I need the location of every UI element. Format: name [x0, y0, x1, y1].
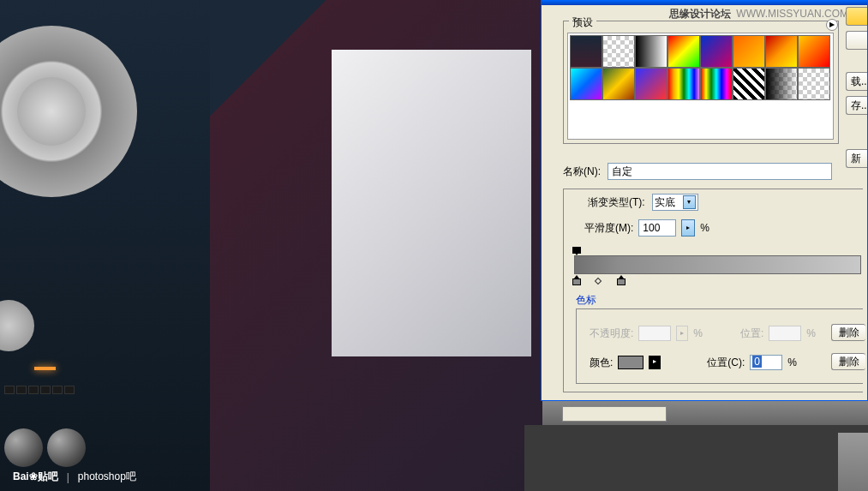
new-button[interactable]: 新 — [846, 149, 867, 168]
smoothness-label: 平滑度(M): — [584, 221, 633, 236]
position-c-label: 位置(C): — [707, 356, 745, 370]
gradient-type-select[interactable]: 实底▾ — [652, 194, 698, 211]
tape-reel — [0, 26, 137, 197]
color-swatch-button[interactable] — [618, 356, 644, 369]
smoothness-input[interactable] — [638, 219, 676, 237]
delete-color-stop-button[interactable]: 删除 — [831, 353, 865, 370]
preset-swatch[interactable] — [635, 35, 667, 68]
chevron-down-icon: ▾ — [683, 195, 696, 209]
preset-swatch[interactable] — [602, 68, 635, 100]
preset-swatch[interactable] — [667, 68, 700, 100]
chevron-right-icon[interactable]: ▸ — [681, 219, 695, 237]
tape-guide — [0, 300, 34, 351]
preset-swatch[interactable] — [570, 35, 602, 68]
position-label: 位置: — [740, 326, 763, 341]
opacity-input — [638, 326, 671, 341]
layers-thumbnail[interactable] — [838, 433, 868, 491]
presets-menu-icon[interactable]: ▶ — [826, 19, 838, 31]
preset-swatch[interactable] — [798, 35, 830, 68]
secondary-panel-fragment — [562, 406, 667, 422]
preset-swatch[interactable] — [765, 68, 798, 100]
opacity-stop[interactable] — [572, 247, 581, 255]
watermark-baidu: Bai❀贴吧 | photoshop吧 — [13, 470, 136, 484]
opacity-label: 不透明度: — [590, 326, 633, 341]
name-input[interactable] — [608, 163, 832, 180]
ok-button[interactable] — [846, 7, 867, 26]
position-input — [769, 326, 801, 341]
dialog-side-buttons: 载... 存... 新 — [846, 7, 867, 168]
preset-swatch[interactable] — [570, 68, 602, 100]
load-button[interactable]: 载... — [846, 72, 867, 91]
gradient-editor-dialog: 思缘设计论坛 WWW.MISSYUAN.COM 预设 ▶ 载... 存... 新… — [541, 0, 868, 401]
preset-swatch[interactable] — [700, 35, 733, 68]
chevron-right-icon: ▸ — [676, 326, 688, 341]
indicator-light — [34, 367, 56, 370]
tone-knob — [47, 428, 86, 467]
watermark-forum: 思缘设计论坛 WWW.MISSYUAN.COM — [669, 7, 848, 21]
machine-buttons — [4, 386, 75, 394]
working-layer[interactable] — [332, 50, 531, 356]
preset-swatch[interactable] — [733, 68, 765, 100]
reference-image-panel — [0, 0, 210, 491]
color-stop[interactable] — [617, 275, 626, 285]
percent-label: % — [700, 222, 709, 234]
gradient-bar[interactable] — [574, 255, 861, 274]
preset-swatch[interactable] — [602, 35, 635, 68]
stops-groupbox — [576, 308, 863, 384]
position-c-input[interactable]: 0 — [750, 355, 782, 370]
presets-label: 预设 — [569, 15, 596, 30]
stops-label: 色标 — [576, 293, 596, 308]
preset-swatch-grid — [567, 33, 834, 140]
dialog-titlebar[interactable] — [542, 0, 867, 5]
preset-swatch[interactable] — [667, 35, 700, 68]
volume-knob — [4, 428, 43, 467]
workspace-bottom — [524, 425, 868, 491]
save-button[interactable]: 存... — [846, 96, 867, 115]
color-label: 颜色: — [590, 356, 613, 370]
preset-swatch[interactable] — [635, 68, 667, 100]
preset-swatch[interactable] — [733, 35, 765, 68]
color-stop[interactable] — [572, 275, 581, 285]
preset-swatch[interactable] — [700, 68, 733, 100]
name-label: 名称(N): — [563, 165, 601, 179]
delete-opacity-stop-button: 删除 — [831, 324, 865, 341]
cancel-button[interactable] — [846, 31, 867, 50]
chevron-right-icon[interactable]: ▸ — [649, 356, 661, 369]
gradient-type-label: 渐变类型(T): — [588, 195, 645, 210]
preset-swatch[interactable] — [798, 68, 830, 100]
preset-swatch[interactable] — [765, 35, 798, 68]
